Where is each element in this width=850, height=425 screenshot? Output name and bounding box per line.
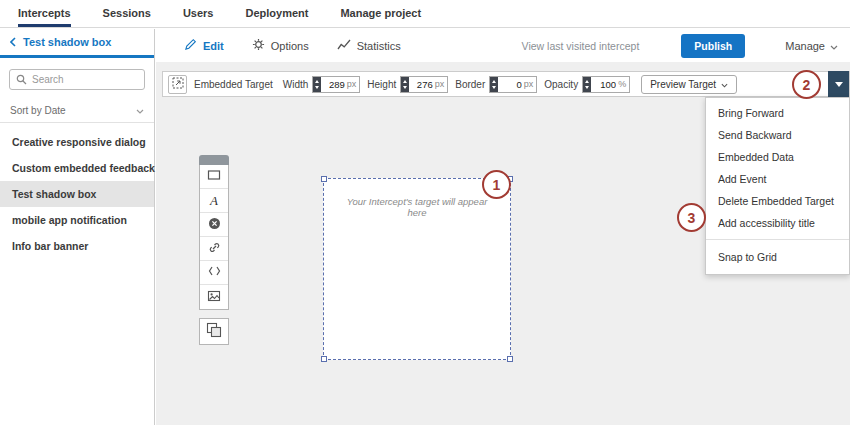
layers-tool-button[interactable] [199, 318, 229, 345]
annotation-step-1: 1 [482, 170, 511, 199]
menu-item-snap-to-grid[interactable]: Snap to Grid [706, 246, 849, 268]
list-item-info-bar-banner[interactable]: Info bar banner [0, 233, 154, 259]
height-control: Height px [367, 76, 448, 93]
target-placeholder-text: Your Intercept's target will appear here [324, 196, 510, 218]
list-item-test-shadow-box[interactable]: Test shadow box [0, 181, 154, 207]
opacity-unit: % [618, 77, 629, 92]
sort-dropdown[interactable]: Sort by Date [0, 99, 154, 123]
list-item-mobile-app-notification[interactable]: mobile app notification [0, 207, 154, 233]
opacity-label: Opacity [544, 79, 578, 90]
stepper-icon[interactable] [583, 77, 591, 92]
tab-manage-project[interactable]: Manage project [340, 0, 421, 27]
width-input-box: px [312, 76, 360, 93]
top-nav: Intercepts Sessions Users Deployment Man… [0, 0, 850, 28]
target-actions-menu: Bring Forward Send Backward Embedded Dat… [705, 97, 850, 275]
search-box [9, 69, 145, 90]
height-label: Height [367, 79, 396, 90]
target-actions-menu-button[interactable] [828, 71, 849, 97]
annotation-step-2: 2 [792, 70, 821, 99]
sort-label: Sort by Date [10, 105, 66, 116]
stepper-icon[interactable] [490, 77, 498, 92]
remove-tool-button[interactable] [200, 213, 228, 237]
border-unit: px [524, 77, 537, 92]
palette-drag-handle[interactable] [199, 155, 229, 165]
link-icon [208, 241, 221, 257]
tab-users[interactable]: Users [183, 0, 214, 27]
palette-body: A [199, 165, 229, 310]
statistics-label: Statistics [357, 40, 401, 52]
opacity-input[interactable] [591, 77, 618, 92]
image-tool-button[interactable] [200, 285, 228, 309]
border-input[interactable] [498, 77, 523, 92]
annotation-step-3: 3 [677, 203, 706, 232]
height-input[interactable] [409, 77, 434, 92]
embedded-target-label: Embedded Target [194, 79, 273, 90]
resize-handle-top-left[interactable] [321, 176, 327, 182]
embedded-target-box[interactable]: Your Intercept's target will appear here [323, 178, 511, 360]
list-item-creative-responsive-dialog[interactable]: Creative responsive dialog [0, 129, 154, 155]
main-area: Edit Options Statistics View last visite… [156, 29, 850, 425]
search-icon [16, 71, 27, 89]
close-circle-icon [208, 217, 221, 233]
tab-sessions[interactable]: Sessions [103, 0, 151, 27]
border-control: Border px [455, 76, 537, 93]
opacity-control: Opacity % [544, 76, 630, 93]
text-icon: A [210, 194, 218, 207]
embedded-target-toolbar: Embedded Target Width px Height px [162, 71, 850, 97]
search-input[interactable] [32, 74, 138, 85]
menu-item-send-backward[interactable]: Send Backward [706, 124, 849, 146]
view-last-visited-link[interactable]: View last visited intercept [522, 40, 640, 52]
rectangle-tool-button[interactable] [200, 165, 228, 189]
stepper-icon[interactable] [313, 77, 321, 92]
width-label: Width [283, 79, 309, 90]
embedded-target-icon-button[interactable] [168, 75, 187, 94]
tab-intercepts[interactable]: Intercepts [18, 0, 71, 27]
statistics-tab[interactable]: Statistics [337, 39, 401, 53]
options-label: Options [271, 40, 309, 52]
embed-code-icon [208, 265, 221, 280]
tab-deployment[interactable]: Deployment [245, 0, 308, 27]
layers-icon [206, 322, 222, 341]
menu-item-add-event[interactable]: Add Event [706, 168, 849, 190]
height-unit: px [435, 77, 448, 92]
list-item-custom-embedded-feedback[interactable]: Custom embedded feedback [0, 155, 154, 181]
sidebar-back-header[interactable]: Test shadow box [0, 29, 154, 58]
embed-code-tool-button[interactable] [200, 261, 228, 285]
rectangle-icon [207, 169, 221, 184]
intercept-toolbar: Edit Options Statistics View last visite… [156, 29, 850, 62]
opacity-input-box: % [582, 76, 630, 93]
width-input[interactable] [321, 77, 346, 92]
chevron-down-icon [136, 105, 144, 116]
height-input-box: px [400, 76, 448, 93]
menu-item-delete-embedded-target[interactable]: Delete Embedded Target [706, 190, 849, 212]
chevron-left-icon [10, 33, 16, 51]
menu-separator [706, 239, 849, 240]
width-control: Width px [283, 76, 361, 93]
menu-item-bring-forward[interactable]: Bring Forward [706, 102, 849, 124]
manage-dropdown[interactable]: Manage [785, 40, 838, 52]
preview-target-button[interactable]: Preview Target [641, 75, 737, 94]
chevron-down-icon [830, 40, 838, 52]
edit-tab[interactable]: Edit [184, 38, 224, 53]
preview-target-label: Preview Target [650, 79, 716, 90]
publish-button[interactable]: Publish [681, 34, 745, 58]
stepper-icon[interactable] [401, 77, 409, 92]
resize-handle-bottom-left[interactable] [321, 356, 327, 362]
dashed-frame-arrow-icon [172, 77, 184, 92]
width-unit: px [347, 77, 360, 92]
options-tab[interactable]: Options [252, 38, 309, 53]
link-tool-button[interactable] [200, 237, 228, 261]
chevron-down-icon [721, 79, 728, 90]
menu-item-add-accessibility-title[interactable]: Add accessibility title [706, 212, 849, 234]
intercept-list: Creative responsive dialog Custom embedd… [0, 123, 154, 259]
menu-item-embedded-data[interactable]: Embedded Data [706, 146, 849, 168]
text-tool-button[interactable]: A [200, 189, 228, 213]
image-icon [207, 290, 221, 305]
edit-label: Edit [203, 40, 224, 52]
border-input-box: px [489, 76, 537, 93]
resize-handle-bottom-right[interactable] [507, 356, 513, 362]
gear-icon [252, 38, 265, 53]
manage-label: Manage [785, 40, 825, 52]
border-label: Border [455, 79, 485, 90]
caret-down-icon [835, 82, 843, 87]
